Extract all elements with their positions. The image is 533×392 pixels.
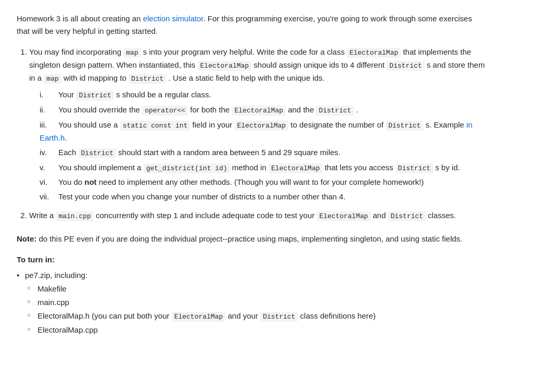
map-code-2: map (44, 74, 61, 84)
zip-label: pe7.zip, including: (25, 271, 87, 280)
marker-iv: iv. (40, 146, 56, 159)
item2-text: Write a main.cpp concurrently with step … (29, 211, 456, 220)
static-const-int-code: static const int (120, 121, 191, 131)
sub-item-ii: ii. You should override the operator<< f… (40, 104, 485, 117)
sub-item-vi: vi. You do not need to implement any oth… (40, 176, 485, 188)
electoralmapcpp-text: ElectoralMap.cpp (37, 325, 98, 334)
list-item-2: Write a main.cpp concurrently with step … (29, 209, 485, 222)
electoralmap-code-v: ElectoralMap (269, 163, 323, 173)
sub-item-iii: iii. You should use a static const int f… (40, 119, 485, 144)
district-code-2: District (388, 211, 425, 221)
marker-v: v. (40, 161, 56, 174)
item1-text: You may find incorporating map s into yo… (29, 47, 485, 82)
sub-item-vi-text: You do not need to implement any other m… (58, 178, 424, 186)
sub-item-iii-text: You should use a static const int field … (40, 120, 473, 142)
files-list: Makefile main.cpp ElectoralMap.h (you ca… (25, 283, 485, 336)
sub-item-i-text: Your District s should be a regular clas… (58, 90, 211, 99)
district-code-i: District (76, 91, 113, 100)
marker-iii: iii. (40, 119, 56, 131)
marker-ii: ii. (40, 104, 56, 116)
not-bold: not (84, 178, 96, 186)
district-code-iii: District (386, 121, 423, 131)
electoralmap-code-2: ElectoralMap (198, 61, 252, 71)
file-electoralmaps-h: ElectoralMap.h (you can put both your El… (37, 310, 485, 323)
marker-vi: vi. (40, 176, 56, 188)
zip-item: pe7.zip, including: Makefile main.cpp El… (25, 269, 485, 336)
district-code-file: District (260, 312, 298, 322)
marker-i: i. (40, 88, 56, 101)
electoralmap-code-ii: ElectoralMap (232, 106, 286, 116)
electoralmap-code-file: ElectoralMap (172, 312, 226, 322)
sub-item-ii-text: You should override the operator<< for b… (58, 105, 358, 114)
district-code-2: District (129, 74, 166, 84)
district-code-ii: District (316, 106, 353, 116)
file-maincpp: main.cpp (37, 296, 485, 309)
sub-list-1: i. Your District s should be a regular c… (29, 88, 485, 203)
turn-in-label: To turn in: (17, 255, 55, 264)
electoralmap-code-iii: ElectoralMap (235, 121, 289, 131)
marker-vii: vii. (40, 191, 56, 203)
file-makefile: Makefile (37, 283, 485, 295)
electoralmap-code-2b: ElectoralMap (316, 211, 371, 221)
intro-paragraph: Homework 3 is all about creating an elec… (17, 12, 485, 37)
district-code-1: District (387, 61, 424, 71)
electoralmap-code-1: ElectoralMap (347, 48, 401, 58)
intro-text-before-link: Homework 3 is all about creating an (17, 14, 143, 23)
sub-item-i: i. Your District s should be a regular c… (40, 88, 485, 102)
sub-item-iv: iv. Each District should start with a ra… (40, 146, 485, 159)
sub-item-vii-text: Test your code when you change your numb… (58, 192, 346, 201)
electoralmaph-text: ElectoralMap.h (you can put both your El… (37, 311, 376, 320)
main-list: You may find incorporating map s into yo… (17, 46, 485, 222)
election-simulator-link[interactable]: election simulator (143, 14, 204, 23)
main-content: Homework 3 is all about creating an elec… (17, 12, 485, 336)
makefile-text: Makefile (37, 284, 67, 293)
sub-item-vii: vii. Test your code when you change your… (40, 191, 485, 203)
sub-item-iv-text: Each District should start with a random… (58, 148, 340, 157)
file-electoralmap-cpp: ElectoralMap.cpp (37, 324, 485, 336)
note-paragraph: Note: do this PE even if you are doing t… (17, 233, 485, 245)
sub-item-v: v. You should implement a get_district(i… (40, 161, 485, 174)
district-code-iv: District (79, 148, 116, 158)
main-cpp-code-2: main.cpp (56, 211, 93, 221)
map-code-1: map (123, 48, 141, 58)
turn-in-list: pe7.zip, including: Makefile main.cpp El… (17, 269, 485, 336)
list-item-1: You may find incorporating map s into yo… (29, 46, 485, 203)
operator-code: operator<< (142, 106, 188, 116)
get-district-code: get_district(int id) (144, 163, 230, 173)
turn-in-section: To turn in: pe7.zip, including: Makefile… (17, 254, 485, 336)
note-label: Note: (17, 234, 36, 243)
turn-in-label-para: To turn in: (17, 254, 485, 266)
note-text: do this PE even if you are doing the ind… (36, 234, 462, 243)
sub-item-v-text: You should implement a get_district(int … (58, 163, 460, 172)
district-code-v: District (396, 163, 433, 173)
maincpp-text: main.cpp (37, 298, 69, 307)
